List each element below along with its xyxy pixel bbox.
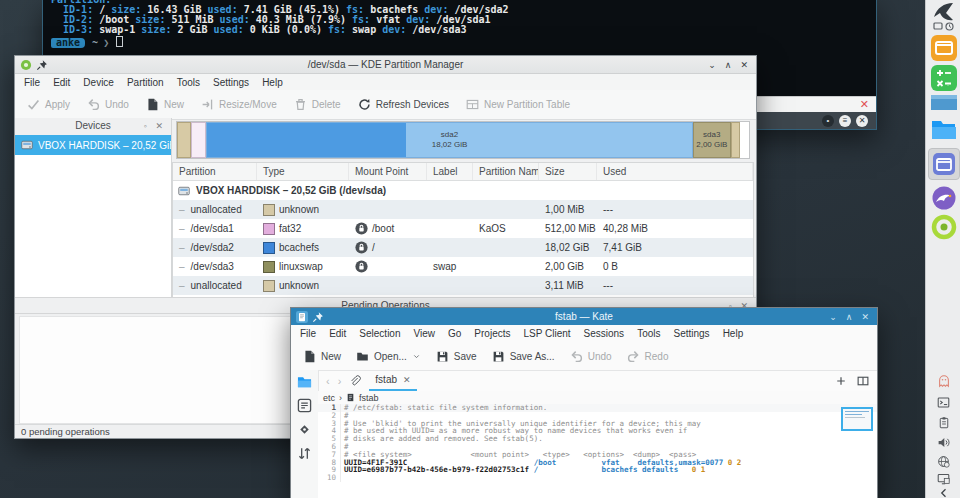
disk-group-row[interactable]: VBOX HARDDISK – 20,52 GiB (/dev/sda) — [173, 181, 753, 200]
bar-segment-sda2[interactable]: sda218,02 GiB — [206, 122, 693, 158]
menu-edit[interactable]: Edit — [53, 77, 70, 88]
tray-terminal-icon[interactable] — [926, 396, 960, 409]
maximize-icon[interactable]: ∧ — [725, 60, 732, 70]
app-calculator-icon[interactable] — [926, 65, 960, 91]
partition-row--dev-sda1[interactable]: –/dev/sda1fat32/bootKaOS512,00 MiB40,28 … — [173, 219, 753, 238]
bar-segment-sda1[interactable] — [191, 122, 206, 158]
search-close-icon[interactable]: ✕ — [860, 98, 869, 111]
window-thumbnail[interactable] — [926, 95, 960, 110]
menu-selection[interactable]: Selection — [359, 328, 400, 339]
bar-segment-unallocated-left[interactable] — [177, 122, 191, 158]
devices-panel: Devices ◦ ✕ VBOX HARDDISK – 20,52 GiB (/… — [15, 118, 172, 297]
display-icon[interactable] — [926, 472, 960, 485]
menu-lsp-client[interactable]: LSP Client — [523, 328, 570, 339]
editor-area[interactable]: 1# /etc/fstab: static file system inform… — [318, 404, 877, 498]
collapse-chevron-icon[interactable] — [926, 487, 960, 498]
column-header-size[interactable]: Size — [539, 163, 597, 180]
menu-file[interactable]: File — [300, 328, 316, 339]
toolbar-button-resize-move[interactable]: Resize/Move — [201, 98, 277, 111]
app-partition-manager-icon[interactable] — [926, 214, 960, 240]
terminal-menu-button[interactable]: ≡ — [839, 115, 851, 127]
nav-forward-icon[interactable]: › — [338, 375, 342, 387]
toolbar-button-open-[interactable]: Open... — [356, 350, 421, 363]
volume-icon[interactable] — [926, 436, 960, 449]
menu-help[interactable]: Help — [723, 328, 744, 339]
partition-row--dev-sda2[interactable]: –/dev/sda2bcachefs/18,02 GiB7,41 GiB — [173, 238, 753, 257]
maximize-icon[interactable]: ∧ — [846, 312, 853, 322]
app-konqueror-icon[interactable] — [926, 186, 960, 210]
column-header-used[interactable]: Used — [597, 163, 753, 180]
kaos-logo-icon[interactable] — [926, 2, 960, 22]
toolbar-button-new-partition-table[interactable]: New Partition Table — [466, 98, 570, 111]
column-header-mount-point[interactable]: Mount Point — [349, 163, 427, 180]
bar-segment-unallocated-right[interactable] — [731, 122, 740, 158]
cell-used: 40,28 MiB — [597, 223, 753, 234]
partition-row--dev-sda3[interactable]: –/dev/sda3linuxswapswap2,00 GiB0 B — [173, 257, 753, 276]
menu-edit[interactable]: Edit — [329, 328, 346, 339]
documents-folder-icon[interactable] — [297, 374, 312, 389]
toolbar-button-redo[interactable]: Redo — [627, 350, 669, 363]
network-globe-icon[interactable] — [926, 455, 960, 468]
column-header-partition[interactable]: Partition — [173, 163, 257, 180]
column-header-partition-name[interactable]: Partition Name — [473, 163, 539, 180]
app-file-manager-icon[interactable] — [926, 119, 960, 140]
minimap[interactable] — [841, 407, 873, 431]
column-header-label[interactable]: Label — [427, 163, 473, 180]
new-tab-icon[interactable] — [835, 375, 847, 387]
git-icon[interactable] — [297, 422, 312, 437]
close-icon[interactable]: ✕ — [861, 312, 869, 322]
column-header-type[interactable]: Type — [257, 163, 349, 180]
menu-help[interactable]: Help — [262, 77, 283, 88]
menu-tools[interactable]: Tools — [177, 77, 200, 88]
minimize-icon[interactable]: ⌄ — [829, 312, 837, 322]
filter-sort-icon[interactable] — [297, 446, 312, 461]
toolbar-button-save[interactable]: Save — [436, 350, 477, 363]
tab-close-icon[interactable]: ✕ — [403, 375, 411, 385]
task-active-window-icon[interactable] — [926, 148, 960, 180]
close-icon[interactable]: ✕ — [740, 60, 748, 70]
bar-segment-sda3[interactable]: sda32,00 GiB — [693, 122, 731, 158]
app-terminal-orange-icon[interactable] — [926, 35, 960, 61]
terminal-close-button[interactable]: ✕ — [856, 115, 868, 127]
breadcrumb-parent[interactable]: etc — [323, 393, 335, 403]
toolbar-button-save-as-[interactable]: Save As... — [492, 350, 555, 363]
device-item-vbox-harddisk[interactable]: VBOX HARDDISK – 20,52 GiB (/d... — [15, 135, 171, 155]
toolbar-button-delete[interactable]: Delete — [294, 98, 341, 111]
toolbar-button-new[interactable]: New — [303, 350, 341, 363]
toolbar-button-new[interactable]: New — [146, 98, 184, 111]
devices-list: VBOX HARDDISK – 20,52 GiB (/d... — [15, 135, 171, 297]
symbols-list-icon[interactable] — [297, 398, 312, 413]
menu-view[interactable]: View — [414, 328, 436, 339]
menu-settings[interactable]: Settings — [673, 328, 709, 339]
menu-device[interactable]: Device — [83, 77, 114, 88]
pm-titlebar[interactable]: /dev/sda — KDE Partition Manager ⌄ ∧ ✕ — [15, 56, 756, 74]
menu-file[interactable]: File — [24, 77, 40, 88]
toolbar-button-undo[interactable]: Undo — [570, 350, 612, 363]
nav-back-icon[interactable]: ‹ — [326, 375, 330, 387]
mini-widgets-icon[interactable] — [926, 22, 960, 31]
terminal-prompt[interactable]: anke~❯ — [51, 36, 872, 48]
partition-row-unallocated[interactable]: –unallocatedunknown3,11 MiB--- — [173, 276, 753, 295]
terminal-settings-button[interactable]: • — [822, 115, 834, 127]
tab-fstab[interactable]: fstab ✕ — [369, 370, 416, 391]
split-view-icon[interactable] — [857, 375, 869, 387]
menu-partition[interactable]: Partition — [127, 77, 164, 88]
newdoc-icon — [146, 98, 159, 111]
toolbar-button-undo[interactable]: Undo — [87, 98, 129, 111]
partition-row-unallocated[interactable]: –unallocatedunknown1,00 MiB--- — [173, 200, 753, 219]
breadcrumb-file[interactable]: fstab — [359, 393, 379, 403]
toolbar-button-refresh-devices[interactable]: Refresh Devices — [358, 98, 449, 111]
ghost-icon[interactable] — [926, 374, 960, 388]
paperclip-icon[interactable] — [349, 375, 361, 387]
disk-partition-bar[interactable]: sda218,02 GiBsda32,00 GiB — [176, 121, 750, 159]
menu-go[interactable]: Go — [448, 328, 461, 339]
kate-titlebar[interactable]: fstab — Kate ⌄ ∧ ✕ — [291, 308, 877, 325]
toolbar-button-apply[interactable]: Apply — [27, 98, 70, 111]
panel-float-close-icons[interactable]: ◦ ✕ — [144, 118, 166, 134]
menu-tools[interactable]: Tools — [637, 328, 660, 339]
minimize-icon[interactable]: ⌄ — [708, 60, 716, 70]
menu-sessions[interactable]: Sessions — [584, 328, 625, 339]
menu-settings[interactable]: Settings — [213, 77, 249, 88]
clipboard-icon[interactable] — [926, 416, 960, 429]
menu-projects[interactable]: Projects — [474, 328, 510, 339]
